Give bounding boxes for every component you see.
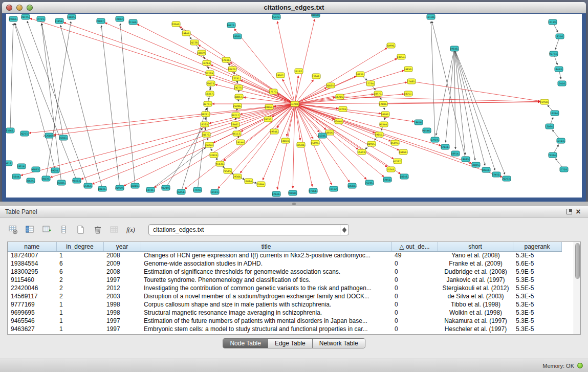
graph-node[interactable]: 20195.. (21, 14, 30, 19)
graph-node[interactable]: 21854.. (55, 18, 64, 24)
function-builder-icon[interactable]: f(x) (125, 224, 138, 236)
graph-node[interactable]: 12416.. (557, 81, 567, 86)
close-panel-icon[interactable]: × (574, 208, 583, 216)
graph-node[interactable]: 20253.. (502, 176, 511, 181)
graph-node[interactable]: 30867.. (234, 94, 244, 99)
window-minimize-button[interactable] (16, 5, 23, 11)
graph-node[interactable]: 20867.. (265, 104, 274, 110)
graph-node[interactable]: 20996.. (386, 43, 396, 48)
graph-node[interactable]: 41267.. (393, 159, 402, 164)
graph-node[interactable]: 75364.. (256, 182, 266, 187)
graph-node[interactable]: 12214.. (202, 60, 211, 65)
graph-node[interactable]: 20807.. (96, 18, 105, 24)
table-row[interactable]: 1872400712008Changes of HCN gene express… (8, 251, 561, 259)
graph-node[interactable]: 18973.. (374, 91, 383, 96)
column-header-in_degree[interactable]: in_degree (56, 242, 103, 251)
tab-network-table[interactable]: Network Table (313, 339, 365, 348)
graph-node[interactable]: 19946.. (270, 129, 279, 134)
graph-node[interactable]: 12751.. (232, 76, 241, 81)
graph-node[interactable]: 15495.. (311, 140, 320, 145)
table-row[interactable]: 911546021997Tourette syndrome. Phenomeno… (8, 276, 561, 284)
graph-node[interactable]: 17240.. (290, 101, 299, 106)
graph-node[interactable]: 12263.. (312, 74, 321, 79)
graph-node[interactable]: 91546.. (422, 128, 431, 133)
graph-node[interactable]: 18616.. (414, 120, 423, 125)
graph-node[interactable]: 18316.. (17, 164, 26, 169)
column-header-title[interactable]: title (141, 242, 391, 251)
graph-node[interactable]: 16162.. (399, 149, 408, 155)
graph-node[interactable]: 19139.. (548, 19, 557, 25)
graph-node[interactable]: 91544.. (379, 122, 388, 127)
graph-node[interactable]: 55462.. (83, 183, 93, 188)
graph-node[interactable]: 19862.. (115, 16, 124, 21)
table-row[interactable]: 977716911998Corpus callosum shape and si… (8, 300, 561, 309)
graph-node[interactable]: 17594.. (193, 187, 202, 192)
graph-node[interactable]: 74850.. (404, 67, 413, 72)
window-zoom-button[interactable] (27, 5, 33, 11)
graph-node[interactable]: 18216.. (555, 34, 564, 39)
table-row[interactable]: 1830029562008Estimation of significance … (8, 268, 561, 276)
show-columns-icon[interactable] (24, 224, 36, 236)
graph-node[interactable]: 97364.. (309, 188, 318, 193)
graph-node[interactable]: 76254.. (177, 189, 186, 194)
column-header-short[interactable]: short (438, 242, 513, 251)
graph-node[interactable]: 16354.. (550, 111, 559, 116)
graph-node[interactable]: 25286.. (233, 103, 242, 108)
graph-node[interactable]: 19721.. (36, 16, 46, 21)
graph-node[interactable]: 15132.. (329, 186, 338, 191)
window-close-button[interactable] (6, 5, 12, 11)
graph-node[interactable]: 19648.. (450, 46, 459, 51)
table-row[interactable]: 2242004622012Investigating the contribut… (8, 284, 561, 292)
graph-node[interactable]: 95850.. (288, 190, 297, 195)
graph-node[interactable]: 20959.. (115, 185, 124, 190)
graph-node[interactable]: 75245.. (365, 180, 374, 185)
graph-node[interactable]: 12106.. (379, 101, 388, 106)
graph-node[interactable]: 33467.. (231, 122, 240, 127)
table-mode-icon[interactable] (7, 224, 19, 236)
table-select-combo[interactable]: citations_edges.txt (148, 224, 349, 235)
graph-node[interactable]: 17705.. (559, 167, 569, 172)
graph-node[interactable]: 72545.. (223, 168, 232, 173)
graph-node[interactable]: 12064.. (545, 124, 554, 129)
graph-node[interactable]: 92141.. (441, 144, 450, 149)
graph-node[interactable]: 36675.. (26, 178, 35, 183)
graph-node[interactable]: 22040.. (334, 119, 343, 124)
graph-node[interactable]: 19565.. (9, 16, 18, 21)
graph-node[interactable]: 91436.. (215, 161, 225, 166)
table-row[interactable]: 946362711997Embryonic stem cells: a mode… (8, 325, 561, 333)
table-row[interactable]: 969969511998Structural magnetic resonanc… (8, 309, 561, 317)
graph-node[interactable]: 21229.. (205, 71, 214, 76)
graph-node[interactable]: 20423.. (228, 67, 237, 72)
import-table-icon[interactable] (108, 224, 121, 236)
graph-node[interactable]: 75364.. (548, 152, 557, 158)
graph-node[interactable]: 18035.. (461, 157, 470, 162)
combo-stepper-icon[interactable] (340, 225, 349, 235)
graph-node[interactable]: 17485.. (407, 79, 416, 84)
graph-node[interactable]: 25673.. (206, 81, 215, 86)
graph-node[interactable]: 93562.. (6, 128, 15, 133)
graph-node[interactable]: 20253.. (20, 131, 29, 136)
graph-node[interactable]: 85493.. (390, 140, 400, 145)
graph-node[interactable]: 19846.. (182, 31, 191, 36)
column-header-pagerank[interactable]: pagerank (513, 242, 561, 251)
graph-node[interactable]: 12046.. (272, 191, 281, 196)
graph-node[interactable]: 18453.. (554, 67, 563, 72)
graph-node[interactable]: 15034.. (244, 179, 253, 184)
graph-node[interactable]: 14741.. (146, 187, 155, 192)
column-header-year[interactable]: year (103, 242, 141, 251)
graph-node[interactable]: 18540.. (296, 142, 306, 147)
pane-divider[interactable] (0, 202, 588, 206)
graph-node[interactable]: 14853.. (397, 54, 406, 59)
graph-node[interactable]: 21146.. (128, 19, 138, 25)
graph-node[interactable]: 17754.. (366, 81, 375, 86)
delete-icon[interactable] (92, 224, 104, 236)
graph-node[interactable]: 18839.. (197, 50, 206, 55)
graph-node[interactable]: 15245.. (386, 167, 396, 172)
graph-node[interactable]: 67919.. (430, 137, 440, 142)
graph-node[interactable]: 18141.. (210, 189, 220, 194)
table-vertical-scrollbar[interactable] (574, 242, 580, 334)
float-panel-icon[interactable] (564, 208, 574, 216)
graph-node[interactable]: 18648.. (400, 174, 409, 179)
window-titlebar[interactable]: citations_edges.txt (2, 2, 586, 13)
graph-node[interactable]: 18385.. (233, 34, 242, 39)
